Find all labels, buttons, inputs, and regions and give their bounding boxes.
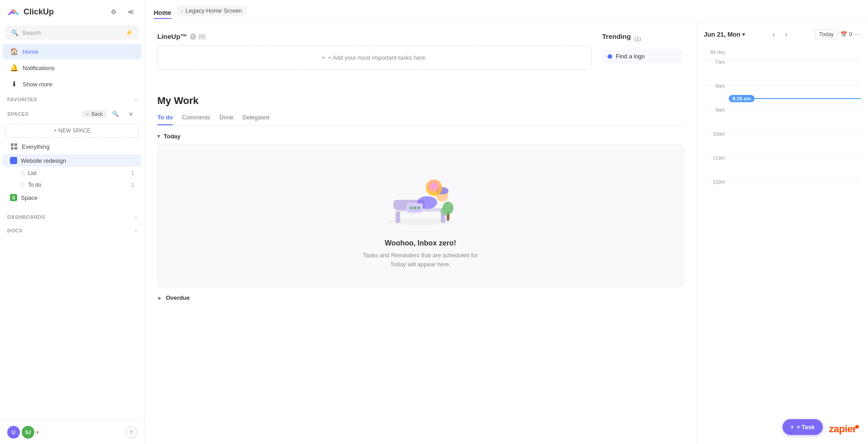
show-more-icon: ⬇ [10, 80, 18, 88]
current-time-indicator: 8:26 am [729, 95, 861, 102]
app-name: ClickUp [24, 7, 54, 17]
tab-delegated[interactable]: Delegated [242, 114, 269, 125]
lineup-header: LineUp™ i (0) [157, 33, 591, 40]
calendar-icon: 📅 [840, 31, 847, 38]
tab-done[interactable]: Done [219, 114, 233, 125]
dashboards-expand-icon[interactable]: › [135, 214, 137, 220]
zapier-logo: zapier [829, 423, 859, 435]
tab-legacy-home-screen[interactable]: ‹ Legacy Home Screen [177, 5, 247, 16]
calendar-actions: Today 📅 0 ··· [815, 29, 861, 39]
search-icon: 🔍 [11, 29, 19, 36]
time-content-11am [729, 157, 861, 180]
lineup-empty-area[interactable]: + + Add your most important tasks here. [157, 46, 591, 70]
today-empty-state: Woohoo, Inbox zero! Tasks and Reminders … [157, 144, 684, 287]
collapse-sidebar-button[interactable]: ≪ [124, 5, 137, 18]
lineup-section: LineUp™ i (0) + + Add your most importan… [157, 33, 591, 70]
help-button[interactable]: ? [125, 426, 137, 438]
svg-point-16 [426, 179, 442, 196]
list-label: List [28, 170, 37, 176]
lineup-info-icon[interactable]: i [190, 33, 196, 40]
main-area: Home ‹ Legacy Home Screen LineUp™ i (0) … [145, 0, 868, 444]
center-panel: LineUp™ i (0) + + Add your most importan… [145, 22, 696, 444]
tab-todo[interactable]: To do [157, 114, 173, 125]
time-content-9am [729, 109, 861, 132]
sidebar-item-label-show-more: Show more [23, 81, 52, 88]
calendar-prev-button[interactable]: ‹ [768, 29, 779, 40]
space-item-space[interactable]: S Space [3, 191, 142, 204]
my-work-title: My Work [157, 95, 684, 107]
search-bar[interactable]: 🔍 Search ⚡ [5, 25, 139, 40]
top-bar: Home ‹ Legacy Home Screen [145, 0, 868, 22]
lineup-badge: (0) [199, 33, 206, 40]
todo-count: 1 [131, 182, 134, 188]
tab-home[interactable]: Home [154, 7, 171, 19]
logo-area: ClickUp [7, 5, 54, 18]
trending-badge: (1) [634, 36, 641, 42]
user-avatar-group[interactable]: U SJ ▾ [7, 426, 39, 439]
space-s-icon: S [10, 194, 17, 201]
today-section-toggle[interactable]: ▾ Today [157, 133, 684, 140]
favorites-expand-icon[interactable]: › [135, 97, 137, 102]
calendar-date-chevron-icon: ▾ [742, 32, 745, 38]
sidebar-header-actions: ⚙ ≪ [107, 5, 137, 18]
today-section-label: Today [164, 133, 180, 140]
my-work-section: My Work To do Comments Done Delegated [157, 95, 684, 301]
calendar-more-button[interactable]: ··· [855, 30, 861, 38]
calendar-date[interactable]: Jun 21, Mon ▾ [704, 31, 745, 38]
calendar-next-button[interactable]: › [781, 29, 792, 40]
overdue-section-label: Overdue [166, 294, 190, 301]
svg-point-15 [440, 207, 448, 216]
time-content-10am [729, 133, 861, 156]
sidebar-item-home[interactable]: 🏠 Home [3, 44, 142, 59]
time-label-12pm: 12pm [704, 177, 729, 184]
sidebar-item-label-home: Home [23, 48, 38, 55]
bell-icon: 🔔 [10, 64, 18, 72]
clickup-logo-icon [7, 5, 20, 18]
back-arrow-icon: ← [85, 111, 90, 117]
sidebar-item-notifications[interactable]: 🔔 Notifications [3, 60, 142, 76]
time-label-10am: 10am [704, 129, 729, 137]
space-subitem-list[interactable]: List 1 [3, 168, 142, 179]
time-content-12pm [729, 181, 861, 204]
settings-button[interactable]: ⚙ [107, 5, 120, 18]
trending-item-find-logo[interactable]: Find a logo [602, 49, 684, 63]
calendar-all-day-row: All day [704, 45, 861, 59]
zapier-dot [855, 425, 859, 429]
avatar-dropdown-icon[interactable]: ▾ [36, 430, 39, 435]
sidebar-item-label-notifications: Notifications [23, 65, 55, 71]
current-time-badge: 8:26 am [729, 95, 755, 102]
everything-icon [10, 142, 18, 151]
space-item-everything[interactable]: Everything [3, 140, 142, 153]
lineup-title: LineUp™ [157, 33, 187, 40]
add-task-button[interactable]: + + Task [783, 419, 823, 435]
all-day-label: All day [704, 49, 729, 55]
back-button[interactable]: ← Back [82, 110, 106, 118]
dashboards-section-label: DASHBOARDS › [0, 210, 144, 222]
space-website-redesign-label: Website redesign [21, 157, 134, 164]
calendar-count: 📅 0 [840, 31, 852, 38]
trending-dot-icon [608, 54, 612, 59]
home-icon: 🏠 [10, 47, 18, 56]
spaces-section-label: SPACES [7, 111, 28, 117]
list-dot-icon [21, 171, 24, 175]
tab-comments[interactable]: Comments [182, 114, 210, 125]
time-label-7am: 7am [704, 57, 729, 65]
favorites-section-label: FAVORITES › [0, 92, 144, 104]
new-space-button[interactable]: + NEW SPACE [5, 124, 139, 137]
spaces-header: SPACES ← Back 🔍 ∨ [0, 104, 144, 122]
calendar-time-grid: 7am 8am 8:26 am [704, 61, 861, 204]
add-task-plus-icon: + [791, 424, 794, 430]
inbox-zero-subtitle: Tasks and Reminders that are scheduled f… [167, 251, 674, 269]
legacy-back-arrow-icon: ‹ [181, 8, 183, 14]
overdue-section-toggle[interactable]: ► Overdue [157, 294, 684, 301]
spaces-expand-button[interactable]: ∨ [124, 108, 137, 120]
content-area: LineUp™ i (0) + + Add your most importan… [145, 22, 868, 444]
space-item-website-redesign[interactable]: Website redesign [3, 154, 142, 167]
sidebar-item-show-more[interactable]: ⬇ Show more [3, 76, 142, 92]
calendar-time-row-12pm: 12pm [704, 180, 861, 204]
calendar-today-button[interactable]: Today [815, 29, 838, 39]
space-subitem-todo[interactable]: To do 1 [3, 179, 142, 190]
spaces-search-button[interactable]: 🔍 [109, 108, 122, 120]
docs-expand-icon[interactable]: › [135, 228, 137, 233]
avatar-u: U [7, 426, 20, 439]
